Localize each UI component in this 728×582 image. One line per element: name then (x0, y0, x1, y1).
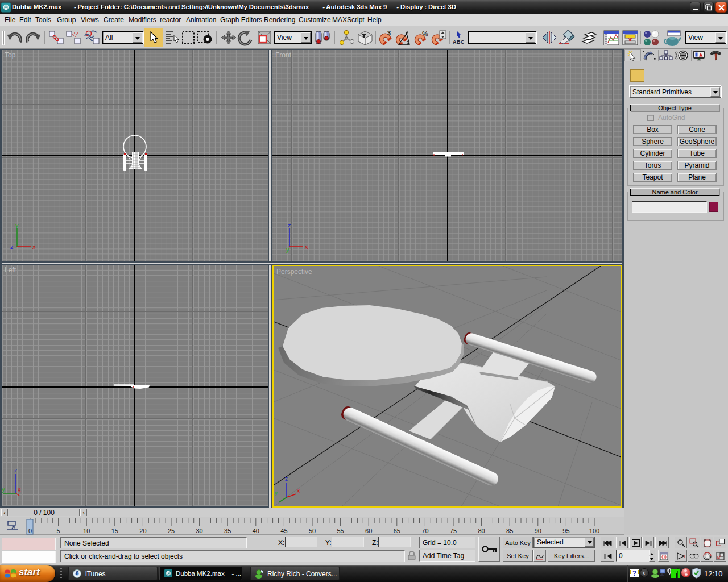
svg-text:80: 80 (478, 527, 485, 534)
svg-text:100: 100 (589, 527, 599, 534)
svg-text:40: 40 (253, 527, 259, 534)
svg-text:50: 50 (309, 527, 316, 534)
svg-text:y: y (15, 222, 19, 228)
svg-text:20: 20 (139, 527, 146, 534)
svg-text:55: 55 (337, 527, 344, 534)
svg-text:y: y (286, 246, 289, 253)
svg-text:95: 95 (562, 527, 569, 534)
svg-text:75: 75 (450, 527, 457, 534)
svg-text:z: z (285, 476, 288, 482)
svg-text:35: 35 (224, 527, 231, 534)
svg-text:x: x (18, 486, 21, 493)
svg-text:60: 60 (365, 527, 372, 534)
svg-text:y: y (275, 490, 278, 496)
svg-text:z: z (288, 222, 291, 228)
svg-text:15: 15 (111, 527, 118, 534)
svg-text:30: 30 (196, 527, 202, 534)
svg-text:90: 90 (535, 527, 541, 534)
svg-text:70: 70 (421, 527, 428, 534)
svg-text:x: x (297, 488, 300, 494)
svg-text:x: x (305, 243, 308, 250)
svg-text:85: 85 (506, 527, 513, 534)
svg-text:10: 10 (83, 527, 90, 534)
svg-text:0: 0 (28, 527, 32, 534)
svg-text:65: 65 (394, 527, 400, 534)
svg-text:y: y (2, 486, 5, 493)
svg-text:z: z (10, 243, 14, 250)
svg-text:z: z (14, 467, 18, 473)
svg-text:5: 5 (57, 527, 60, 534)
svg-text:45: 45 (280, 527, 287, 534)
svg-text:3: 3 (387, 30, 391, 36)
svg-text:%: % (422, 30, 428, 38)
svg-text:Perspective: Perspective (276, 268, 312, 276)
svg-text:25: 25 (168, 527, 175, 534)
svg-text:ABC: ABC (453, 39, 465, 45)
svg-text:x: x (32, 243, 36, 250)
